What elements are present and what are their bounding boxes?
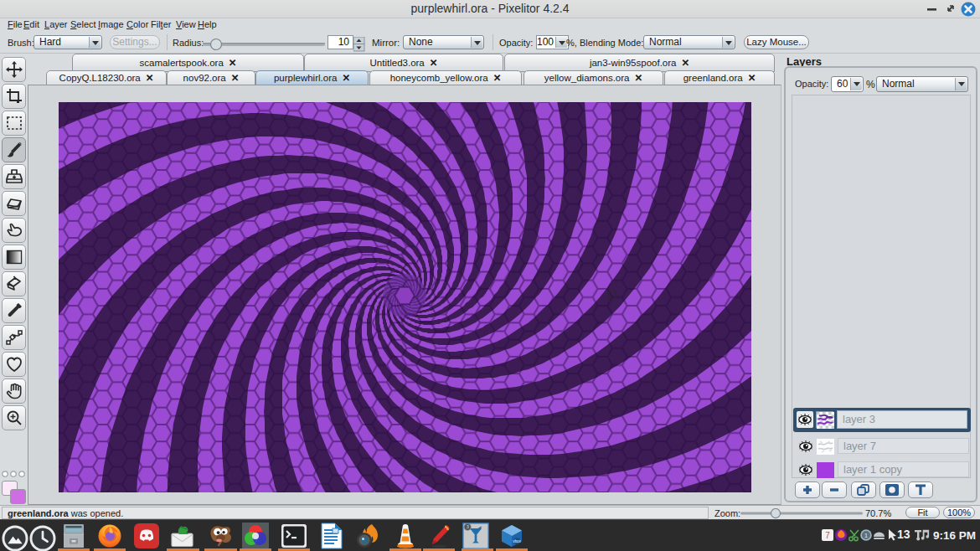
svg-text:7: 7 bbox=[825, 531, 830, 540]
svg-text:3: 3 bbox=[466, 523, 469, 529]
svg-text:vbox: vbox bbox=[513, 539, 521, 543]
svg-text:1: 1 bbox=[864, 532, 869, 539]
